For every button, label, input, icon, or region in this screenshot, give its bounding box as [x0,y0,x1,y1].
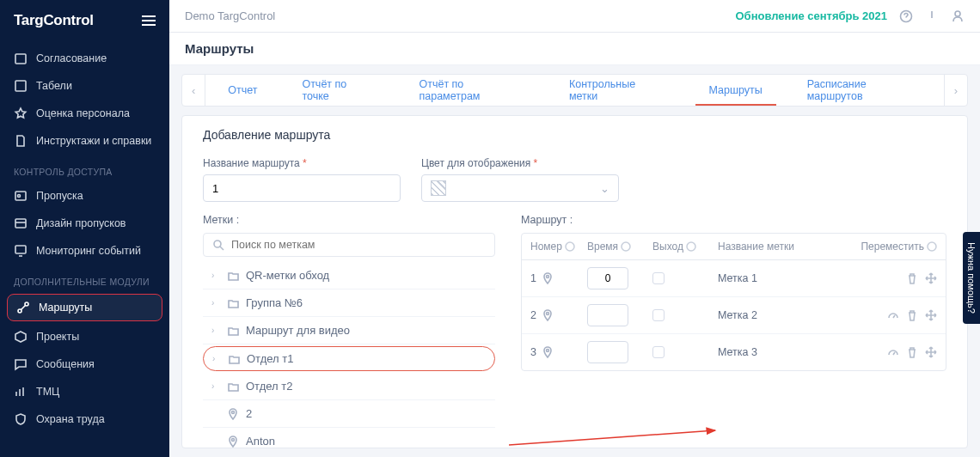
svg-point-16 [928,242,936,251]
user-icon[interactable] [951,9,965,23]
sidebar-item-timesheets[interactable]: Табели [0,72,169,100]
gauge-icon[interactable] [887,309,899,321]
folder-icon [228,353,240,365]
section-access: КОНТРОЛЬ ДОСТУПА [0,155,169,182]
pin-icon [542,309,554,321]
svg-point-7 [25,302,28,306]
sidebar-item-messages[interactable]: Сообщения [0,350,169,378]
main: Demo TargControl Обновление сентябрь 202… [169,0,980,457]
sidebar-item-passes[interactable]: Пропуска [0,182,169,210]
sidebar-item-routes[interactable]: Маршруты [7,294,162,321]
trash-icon[interactable] [906,346,918,358]
tag-search-input[interactable] [231,239,486,251]
help-tab[interactable]: Нужна помощь? [963,232,980,324]
tab-checkpoints[interactable]: Контрольные метки [547,75,687,106]
menu-toggle-icon[interactable] [142,15,156,26]
badge-icon [14,189,28,203]
trash-icon[interactable] [906,272,918,284]
svg-point-9 [955,11,960,16]
chevron-down-icon: ⌄ [600,182,609,195]
tree-item-label: Anton [246,435,275,448]
svg-point-13 [566,242,574,251]
grid-icon [14,79,28,93]
tabs-prev[interactable]: ‹ [182,75,205,106]
svg-point-3 [18,195,21,198]
shield-icon [14,412,28,426]
trash-icon[interactable] [906,309,918,321]
sidebar-item-pass-design[interactable]: Дизайн пропусков [0,210,169,237]
move-icon[interactable] [925,272,937,284]
time-input[interactable] [587,304,628,326]
tree-item[interactable]: ›Отдел т2 [203,373,495,400]
route-name-input[interactable] [203,174,401,202]
tree-item[interactable]: ›Маршрут для видео [203,317,495,344]
svg-rect-0 [15,54,26,64]
tab-report-point[interactable]: Отчёт по точке [279,75,396,106]
svg-point-19 [546,350,548,352]
time-input[interactable] [587,267,628,289]
time-input[interactable] [587,341,628,363]
panel: Добавление маршрута Название маршрута * … [181,115,968,448]
svg-point-14 [622,242,630,251]
tree-item[interactable]: Anton [203,428,495,448]
logo: TargControl [14,12,94,29]
tags-label: Метки : [203,214,495,226]
thermometer-icon[interactable] [925,9,939,23]
route-row-name: Метка 2 [718,309,854,321]
folder-icon [227,270,239,282]
sidebar-item-briefings[interactable]: Инструктажи и справки [0,127,169,155]
svg-point-18 [546,313,548,315]
tree-item[interactable]: ›Группа №6 [203,289,495,317]
gauge-icon[interactable] [887,346,899,358]
demo-label: Demo TargControl [185,9,275,22]
tree-item-label: 2 [246,407,252,420]
svg-point-12 [232,438,235,441]
section-extra: ДОПОЛНИТЕЛЬНЫЕ МОДУЛИ [0,265,169,292]
move-icon[interactable] [925,309,937,321]
tab-report[interactable]: Отчет [205,75,279,106]
panel-title: Добавление маршрута [203,128,946,142]
svg-rect-5 [15,246,26,253]
svg-point-15 [687,242,695,251]
tab-routes[interactable]: Маршруты [687,75,785,106]
route-label: Маршрут : [521,214,946,226]
svg-point-10 [214,241,221,247]
doc-icon [14,134,28,148]
tree-item-label: Маршрут для видео [246,324,350,337]
cube-icon [14,330,28,344]
exit-checkbox[interactable] [652,309,665,321]
sidebar-item-monitoring[interactable]: Мониторинг событий [0,237,169,265]
svg-point-17 [546,276,548,278]
tree-item-label: Отдел т2 [246,380,292,393]
exit-checkbox[interactable] [652,346,665,358]
tree-item[interactable]: ›QR-метки обход [203,262,495,289]
tree-item[interactable]: ›Отдел т1 [203,346,495,371]
help-icon[interactable] [899,9,913,23]
sidebar-item-assets[interactable]: ТМЦ [0,378,169,405]
update-link[interactable]: Обновление сентябрь 2021 [735,9,887,22]
svg-point-6 [18,309,21,313]
sidebar-item-safety[interactable]: Охрана труда [0,405,169,433]
topbar: Demo TargControl Обновление сентябрь 202… [169,0,980,33]
page-title: Маршруты [169,33,980,65]
sidebar-item-projects[interactable]: Проекты [0,323,169,350]
sidebar-item-rating[interactable]: Оценка персонала [0,100,169,127]
star-icon [14,107,28,120]
sidebar-item-approval[interactable]: Согласование [0,45,169,72]
tabs-next[interactable]: › [944,75,967,106]
tab-schedule[interactable]: Расписание маршрутов [785,75,944,106]
sidebar: TargControl Согласование Табели Оценка п… [0,0,169,457]
layout-icon [14,216,28,230]
tab-report-params[interactable]: Отчёт по параметрам [396,75,547,106]
route-row-name: Метка 3 [718,346,854,358]
move-icon[interactable] [925,346,937,358]
route-icon [16,301,30,314]
tag-search[interactable] [203,233,495,257]
svg-point-11 [232,411,235,413]
route-table: Номер Время Выход Название метки Перемес… [521,233,946,371]
color-select[interactable]: ⌄ [421,174,619,202]
exit-checkbox[interactable] [652,272,665,284]
tabs: ‹ Отчет Отчёт по точке Отчёт по параметр… [181,74,968,107]
tree-item[interactable]: 2 [203,400,495,428]
route-row: 2Метка 2 [522,297,946,334]
